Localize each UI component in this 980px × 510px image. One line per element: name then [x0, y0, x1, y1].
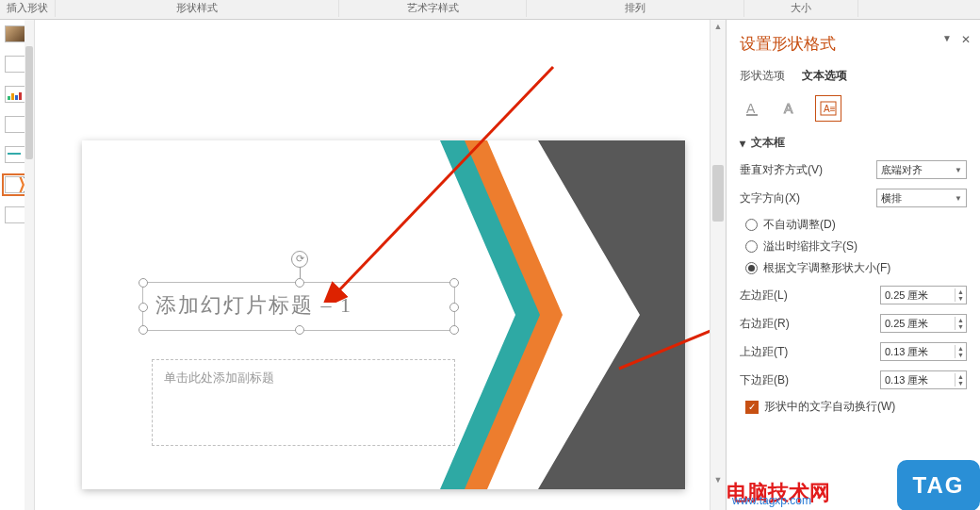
autofit-shrink[interactable]: 溢出时缩排文字(S)	[745, 239, 967, 255]
slide-edit-area: ⟳ 添加幻灯片标题 – 1 单击此处添加副标题 ▲ ▼	[35, 20, 726, 510]
panel-menu-icon[interactable]: ▼	[942, 33, 952, 43]
chevron-down-icon: ▾	[740, 137, 745, 150]
section-label: 文本框	[751, 135, 785, 151]
valign-select[interactable]: 底端对齐▼	[876, 160, 967, 179]
scroll-up-icon[interactable]: ▲	[710, 20, 726, 33]
watermark-url: www.tagxp.com	[732, 494, 811, 507]
resize-handle-e[interactable]	[449, 303, 459, 312]
textbox-icon[interactable]: A≡	[815, 95, 841, 122]
subtitle-placeholder[interactable]: 单击此处添加副标题	[152, 359, 455, 446]
resize-handle-n[interactable]	[295, 278, 304, 288]
resize-handle-ne[interactable]	[449, 278, 459, 288]
svg-rect-3	[746, 114, 758, 116]
valign-label: 垂直对齐方式(V)	[740, 162, 823, 178]
subtitle-text: 单击此处添加副标题	[153, 360, 454, 396]
svg-text:A: A	[746, 101, 756, 116]
ribbon-group-label: 艺术字样式	[339, 0, 527, 17]
format-shape-panel: ▼ ✕ 设置形状格式 形状选项 文本选项 A A A≡ ▾ 文本框 垂直对齐方式…	[726, 20, 980, 510]
canvas-scrollbar[interactable]: ▲ ▼	[710, 20, 726, 510]
section-textbox-header[interactable]: ▾ 文本框	[740, 135, 967, 151]
text-effects-icon[interactable]: A	[777, 95, 804, 122]
resize-handle-s[interactable]	[295, 325, 304, 335]
margin-top-input[interactable]: 0.13 厘米▲▼	[880, 342, 967, 361]
svg-text:A: A	[784, 101, 793, 116]
slide-canvas[interactable]: ⟳ 添加幻灯片标题 – 1 单击此处添加副标题	[82, 140, 685, 489]
dropdown-icon: ▼	[955, 166, 962, 174]
tab-shape-options[interactable]: 形状选项	[740, 68, 785, 84]
panel-title: 设置形状格式	[740, 33, 967, 55]
rotate-handle[interactable]: ⟳	[291, 251, 308, 268]
slide-thumbnails	[0, 20, 35, 510]
checkbox-checked-icon: ✓	[745, 401, 759, 414]
title-textbox-selected[interactable]: ⟳ 添加幻灯片标题 – 1	[148, 288, 449, 325]
radio-icon	[745, 240, 758, 253]
panel-close-icon[interactable]: ✕	[961, 33, 971, 46]
ribbon-group-label: 插入形状	[0, 0, 56, 17]
tag-badge: TAG	[897, 460, 980, 510]
autofit-none[interactable]: 不自动调整(D)	[745, 217, 967, 233]
textdir-label: 文字方向(X)	[740, 190, 800, 206]
ribbon-group-strip: 插入形状形状样式艺术字样式排列大小	[0, 0, 980, 20]
margin-right-input[interactable]: 0.25 厘米▲▼	[880, 314, 967, 333]
tab-text-options[interactable]: 文本选项	[802, 68, 847, 84]
dropdown-icon: ▼	[955, 194, 962, 203]
scroll-down-icon[interactable]: ▼	[710, 473, 726, 486]
resize-handle-nw[interactable]	[139, 278, 148, 288]
autofit-resize[interactable]: 根据文字调整形状大小(F)	[745, 260, 967, 276]
margin-left-input[interactable]: 0.25 厘米▲▼	[880, 286, 967, 304]
margin-top-label: 上边距(T)	[740, 344, 788, 360]
resize-handle-sw[interactable]	[139, 325, 148, 335]
ribbon-group-label: 形状样式	[56, 0, 339, 17]
margin-bottom-label: 下边距(B)	[740, 372, 789, 388]
resize-handle-w[interactable]	[139, 303, 148, 312]
margin-right-label: 右边距(R)	[740, 316, 790, 332]
svg-text:A≡: A≡	[824, 104, 836, 114]
margin-left-label: 左边距(L)	[740, 288, 788, 304]
textdir-select[interactable]: 横排▼	[876, 189, 967, 207]
panel-tabs: 形状选项 文本选项	[740, 68, 967, 84]
selection-outline: ⟳	[142, 282, 455, 331]
resize-handle-se[interactable]	[449, 325, 459, 335]
wrap-text-checkbox[interactable]: ✓ 形状中的文字自动换行(W)	[745, 399, 967, 415]
radio-icon	[745, 219, 758, 231]
text-fill-icon[interactable]: A	[740, 95, 766, 122]
thumb-scrollbar[interactable]	[24, 20, 34, 510]
margin-bottom-input[interactable]: 0.13 厘米▲▼	[880, 370, 967, 389]
ribbon-group-label: 排列	[527, 0, 744, 17]
radio-icon-selected	[745, 262, 758, 274]
ribbon-group-label: 大小	[744, 0, 858, 17]
